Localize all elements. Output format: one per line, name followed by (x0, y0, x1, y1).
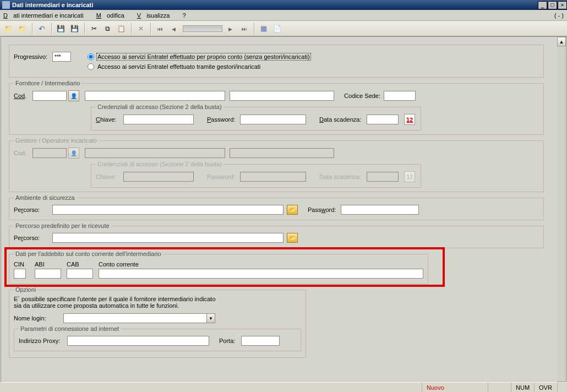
table-icon (260, 24, 267, 32)
ambiente-percorso-input[interactable] (52, 205, 284, 215)
close-button[interactable]: ✕ (558, 1, 567, 9)
fornitore-password-label: Password: (207, 116, 240, 123)
radio-senza-gestori-label: Accesso ai servizi Entratel effettuato p… (96, 53, 311, 61)
radio-senza-gestori[interactable] (88, 53, 94, 60)
fornitore-lookup-button[interactable] (68, 90, 79, 101)
status-num: NUM (511, 383, 534, 392)
ricevute-percorso-input[interactable] (52, 233, 284, 243)
undo-icon (39, 24, 45, 33)
porta-input[interactable] (241, 336, 280, 346)
proxy-label: Indirizzo Proxy: (19, 337, 67, 344)
tool-first[interactable] (154, 23, 166, 35)
gestore-password-input (240, 172, 306, 182)
gestore-data-label: Data scadenza: (319, 173, 367, 180)
menu-dati[interactable]: Dati intermediari e incaricati (3, 12, 89, 19)
app-icon (2, 1, 10, 9)
abi-label: ABI (35, 261, 45, 268)
tool-table[interactable] (257, 23, 270, 35)
group-fornitore-legend: Fornitore / Intermediario (14, 80, 81, 86)
ricevute-browse-button[interactable]: 📂 (287, 233, 298, 243)
gestore-password-label: Password: (207, 173, 240, 180)
tool-progress (183, 25, 222, 32)
group-gestore-cred: Credenziali di accesso (Sezione 2 della … (91, 161, 421, 188)
menu-modifica[interactable]: Modifica (96, 12, 130, 19)
menu-help[interactable]: ? (182, 12, 186, 19)
fornitore-password-input[interactable] (240, 115, 306, 124)
dropdown-arrow-icon[interactable]: ▼ (206, 313, 215, 323)
status-ovr: OVR (534, 383, 557, 392)
tool-paste[interactable] (115, 23, 128, 35)
radio-tramite-gestori-label: Accesso ai servizi Entratel effettuato t… (96, 63, 261, 70)
menu-visualizza[interactable]: Visualizza (137, 12, 176, 19)
group-ambiente: Ambiente di sicurezza Percorso: 📂 Passwo… (9, 194, 544, 220)
calendar-icon-2: 12 (406, 174, 412, 180)
ambiente-browse-button[interactable]: 📂 (287, 205, 298, 215)
radio-tramite-gestori[interactable] (88, 63, 94, 70)
scroll-thumb[interactable] (557, 46, 566, 382)
fornitore-desc2-input[interactable] (230, 91, 334, 101)
folder-icon-3: 📂 (290, 207, 296, 213)
person-icon-2 (70, 150, 77, 156)
nome-login-label: Nome login: (14, 315, 63, 322)
first-icon (157, 25, 163, 32)
opzioni-desc-1: E´ possibile specificare l'utente per il… (14, 296, 301, 302)
vertical-scrollbar[interactable]: ▲ ▼ (557, 37, 566, 391)
tool-last[interactable] (238, 23, 250, 35)
tool-open-2[interactable] (16, 23, 29, 35)
tool-undo[interactable] (35, 23, 48, 35)
last-icon (242, 25, 247, 32)
fornitore-calendar-button[interactable]: 1̲2̲ (404, 114, 415, 125)
tool-save[interactable] (54, 23, 67, 35)
nome-login-combo[interactable]: ▼ (63, 313, 215, 323)
gestore-chiave-input (123, 172, 194, 182)
cc-input[interactable] (99, 269, 423, 279)
next-icon (228, 25, 232, 32)
maximize-button[interactable]: □ (548, 1, 557, 9)
folder-icon (4, 25, 13, 32)
gestore-desc2 (230, 148, 334, 158)
fornitore-cod-label: Cod. (14, 92, 32, 99)
gestore-cred-legend: Credenziali di accesso (Sezione 2 della … (96, 161, 223, 167)
person-icon (70, 92, 77, 99)
cross-icon (138, 25, 144, 32)
tool-copy[interactable] (101, 23, 114, 35)
fornitore-data-input[interactable] (367, 115, 399, 124)
abi-input[interactable] (35, 269, 61, 279)
tool-next[interactable] (224, 23, 237, 35)
minimize-button[interactable]: _ (538, 1, 547, 9)
tool-open-1[interactable] (2, 23, 15, 35)
scroll-up-button[interactable]: ▲ (557, 37, 566, 46)
opzioni-legend: Opzioni (14, 286, 37, 293)
window-title: Dati intermediari e incaricati (12, 2, 93, 8)
group-addebito: Dati per l'addebito sul conto corrente d… (9, 251, 428, 284)
cab-input[interactable] (67, 269, 93, 279)
progressivo-label: Progressivo: (14, 53, 52, 60)
codice-sede-label: Codice Sede: (344, 92, 384, 99)
cut-icon (91, 25, 97, 32)
menu-right-text: ( - ) (554, 12, 564, 19)
tool-prev[interactable] (167, 23, 180, 35)
status-grip (557, 383, 567, 392)
cin-input[interactable] (14, 269, 26, 279)
proxy-input[interactable] (67, 336, 209, 346)
ambiente-percorso-label: Percorso: (14, 206, 52, 213)
tool-delete[interactable] (134, 23, 147, 35)
folder-icon-2 (18, 25, 26, 32)
codice-sede-input[interactable] (384, 91, 416, 101)
gestore-calendar-button: 12 (404, 171, 415, 182)
progressivo-input[interactable] (52, 52, 71, 62)
ambiente-password-input[interactable] (341, 205, 419, 215)
tool-sheet[interactable] (271, 23, 284, 35)
sheet-icon (273, 25, 281, 32)
group-opzioni: Opzioni E´ possibile specificare l'utent… (9, 286, 306, 358)
fornitore-cod-input[interactable] (32, 91, 67, 101)
folder-icon-4: 📂 (290, 235, 296, 241)
fornitore-chiave-input[interactable] (123, 115, 194, 124)
fornitore-desc1-input[interactable] (85, 91, 225, 101)
tool-cut[interactable] (88, 23, 100, 35)
nome-login-input[interactable] (63, 313, 206, 323)
gestore-data-input (367, 172, 399, 182)
group-gestore-legend: Gestore / Operatore incaricato (14, 137, 99, 144)
prev-icon (172, 25, 176, 32)
tool-save-2[interactable] (68, 23, 81, 35)
